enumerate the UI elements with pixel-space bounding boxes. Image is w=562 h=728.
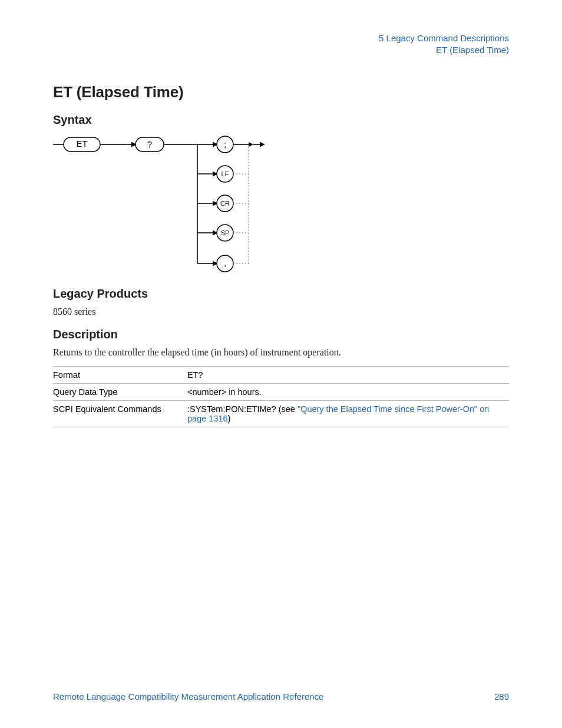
section-syntax: Syntax: [53, 113, 509, 127]
header-topic: ET (Elapsed Time): [53, 44, 509, 56]
diagram-term-cr: CR: [220, 200, 230, 207]
diagram-token-et: ET: [76, 139, 87, 149]
diagram-term-lf: LF: [222, 170, 229, 177]
row-value: <number> in hours.: [187, 383, 509, 400]
legacy-products-body: 8560 series: [53, 307, 509, 317]
row-value: :SYSTem:PON:ETIMe? (see "Query the Elaps…: [187, 400, 509, 427]
row-label: Format: [53, 366, 187, 383]
page-header: 5 Legacy Command Descriptions ET (Elapse…: [53, 32, 509, 57]
section-description: Description: [53, 328, 509, 341]
footer-page-number: 289: [494, 691, 509, 701]
page-title: ET (Elapsed Time): [53, 83, 509, 101]
diagram-term-semicolon: ;: [224, 139, 226, 149]
svg-marker-9: [249, 142, 253, 147]
diagram-term-sp: SP: [221, 229, 230, 236]
table-row: Query Data Type <number> in hours.: [53, 383, 509, 400]
table-row: SCPI Equivalent Commands :SYSTem:PON:ETI…: [53, 400, 509, 427]
section-legacy-products: Legacy Products: [53, 287, 509, 301]
row-value-prefix: :SYSTem:PON:ETIMe? (see: [187, 404, 297, 414]
row-label: Query Data Type: [53, 383, 187, 400]
page-footer: Remote Language Compatibility Measuremen…: [53, 691, 509, 701]
row-label: SCPI Equivalent Commands: [53, 400, 187, 427]
description-body: Returns to the controller the elapsed ti…: [53, 347, 509, 358]
info-table: Format ET? Query Data Type <number> in h…: [53, 366, 509, 427]
diagram-token-q: ?: [147, 139, 152, 149]
row-value: ET?: [187, 366, 509, 383]
table-row: Format ET?: [53, 366, 509, 383]
footer-doc-title: Remote Language Compatibility Measuremen…: [53, 691, 323, 701]
row-value-suffix: ): [228, 414, 231, 423]
syntax-diagram: ET ? ; LF: [53, 133, 509, 276]
diagram-term-comma: ,: [224, 258, 226, 268]
header-chapter: 5 Legacy Command Descriptions: [53, 32, 509, 44]
